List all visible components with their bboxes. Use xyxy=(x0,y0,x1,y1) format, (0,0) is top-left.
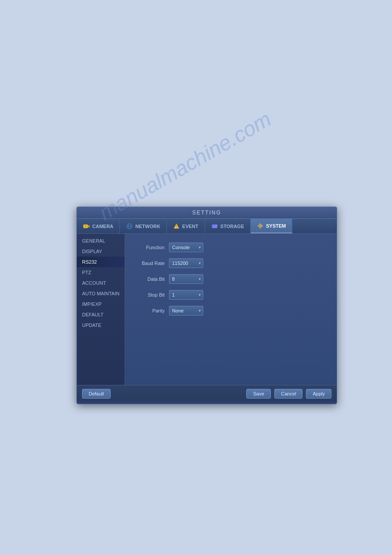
dialog-title: SETTING xyxy=(192,210,221,216)
svg-point-8 xyxy=(176,227,177,228)
baud-rate-row: Baud Rate 115200 9600 19200 38400 57600 xyxy=(134,258,328,268)
event-icon xyxy=(173,223,180,230)
default-button[interactable]: Default xyxy=(82,389,111,399)
sidebar-item-general[interactable]: GENERAL xyxy=(77,236,125,246)
tab-camera[interactable]: CAMERA xyxy=(77,219,120,233)
svg-marker-1 xyxy=(88,225,90,228)
data-bit-row: Data Bit 8 7 6 5 xyxy=(134,274,328,284)
tab-network-label: NETWORK xyxy=(135,224,160,229)
data-bit-select[interactable]: 8 7 6 5 xyxy=(169,274,203,284)
content-area: GENERAL DISPLAY RS232 PTZ ACCOUNT AUTO M… xyxy=(77,234,337,385)
tab-system[interactable]: SYSTEM xyxy=(251,219,292,233)
parity-select[interactable]: None Odd Even xyxy=(169,306,203,316)
sidebar-item-account[interactable]: ACCOUNT xyxy=(77,278,125,288)
stop-bit-label: Stop Bit xyxy=(134,292,165,297)
network-icon xyxy=(126,223,133,230)
baud-rate-select[interactable]: 115200 9600 19200 38400 57600 xyxy=(169,258,203,268)
sidebar-item-rs232[interactable]: RS232 xyxy=(77,257,125,267)
tab-network[interactable]: NETWORK xyxy=(120,219,167,233)
data-bit-select-wrapper: 8 7 6 5 xyxy=(169,274,203,284)
parity-label: Parity xyxy=(134,308,165,313)
sidebar-item-auto-maintain[interactable]: AUTO MAINTAIN xyxy=(77,288,125,299)
sidebar-item-display[interactable]: DISPLAY xyxy=(77,246,125,257)
save-button[interactable]: Save xyxy=(246,389,271,399)
main-content: Function Console Keyboard PTZ Baud Rate … xyxy=(125,234,337,385)
tab-bar: CAMERA NETWORK EVENT xyxy=(77,219,337,234)
camera-icon xyxy=(83,223,90,230)
parity-row: Parity None Odd Even xyxy=(134,306,328,316)
tab-event-label: EVENT xyxy=(182,224,198,229)
baud-rate-select-wrapper: 115200 9600 19200 38400 57600 xyxy=(169,258,203,268)
baud-rate-label: Baud Rate xyxy=(134,261,165,266)
bottom-bar: Default Save Cancel Apply xyxy=(77,385,337,402)
function-select-wrapper: Console Keyboard PTZ xyxy=(169,243,203,252)
tab-storage-label: STORAGE xyxy=(220,224,244,229)
sidebar-item-ptz[interactable]: PTZ xyxy=(77,267,125,278)
stop-bit-select-wrapper: 1 2 xyxy=(169,290,203,300)
svg-point-2 xyxy=(85,225,86,227)
action-buttons: Save Cancel Apply xyxy=(246,389,331,399)
title-bar: SETTING xyxy=(77,207,337,219)
svg-point-11 xyxy=(216,225,217,225)
sidebar: GENERAL DISPLAY RS232 PTZ ACCOUNT AUTO M… xyxy=(77,234,125,385)
stop-bit-select[interactable]: 1 2 xyxy=(169,290,203,300)
apply-button[interactable]: Apply xyxy=(306,389,331,399)
tab-camera-label: CAMERA xyxy=(92,224,113,229)
function-label: Function xyxy=(134,245,165,250)
sidebar-item-update[interactable]: UPDATE xyxy=(77,320,125,330)
system-icon xyxy=(257,222,264,229)
sidebar-item-imp-exp[interactable]: IMP/EXP xyxy=(77,299,125,309)
function-row: Function Console Keyboard PTZ xyxy=(134,243,328,252)
tab-event[interactable]: EVENT xyxy=(167,219,205,233)
sidebar-item-default[interactable]: DEFAULT xyxy=(77,309,125,320)
data-bit-label: Data Bit xyxy=(134,276,165,282)
settings-dialog: SETTING CAMERA NETWORK xyxy=(76,207,337,404)
parity-select-wrapper: None Odd Even xyxy=(169,306,203,316)
tab-system-label: SYSTEM xyxy=(266,223,286,229)
storage-icon xyxy=(211,223,218,230)
svg-point-13 xyxy=(260,225,261,226)
function-select[interactable]: Console Keyboard PTZ xyxy=(169,243,203,252)
stop-bit-row: Stop Bit 1 2 xyxy=(134,290,328,300)
tab-storage[interactable]: STORAGE xyxy=(205,219,251,233)
cancel-button[interactable]: Cancel xyxy=(274,389,302,399)
